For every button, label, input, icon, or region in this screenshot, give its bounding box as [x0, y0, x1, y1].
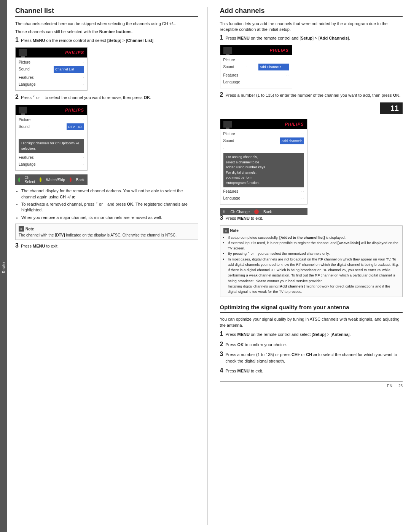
- add-channels-title: Add channels: [220, 7, 403, 17]
- note-icon-1: ≡: [19, 226, 24, 232]
- add-step1-block: 1 Press MENU on the remote control and […: [220, 35, 403, 42]
- optimizing-steps: 1 Press MENU on the remote control and s…: [220, 331, 403, 374]
- menu2-item-language: Language · ·: [19, 161, 84, 168]
- opt-step3-num: 3: [220, 351, 223, 358]
- philips-logo-2: PHILIPS: [65, 108, 84, 112]
- tv-menu-3-body: Picture · · Sound · Add Channels Feature…: [220, 55, 292, 88]
- watch-skip-icon: [40, 177, 41, 182]
- opt-step1-text: Press MENU on the remote control and sel…: [225, 331, 403, 338]
- tv-icon-4: [223, 121, 232, 128]
- tv-menu-2-body: Picture · · Sound · DTV 40. · Highlight …: [16, 115, 87, 170]
- menu4-item-language: Language · ·: [223, 195, 304, 202]
- right-column: Add channels This function lets you add …: [218, 7, 403, 525]
- back-label-1: Back: [76, 178, 84, 182]
- note-icon-2: ≡: [223, 228, 229, 233]
- main-content: Channel list The channels selected here …: [7, 0, 411, 532]
- tv-menu-1-header: PHILIPS: [16, 48, 87, 58]
- add-step2-number: 2: [220, 92, 223, 98]
- bullet-2: To reactivate a removed channel, press ˅…: [21, 201, 198, 213]
- menu1-item-sound: Sound · Channel List: [19, 66, 84, 73]
- channel-list-bottom-bar: Ch Select Watch/Skip Back: [15, 174, 88, 185]
- add-channels-intro: This function lets you add the channels …: [220, 21, 403, 33]
- footer: EN 23: [220, 381, 403, 388]
- optimizing-title: Optimizing the signal quality from your …: [220, 304, 403, 313]
- add-channels-highlight: Add Channels: [258, 64, 289, 70]
- sidebar-label: English: [2, 259, 5, 273]
- page: English Channel list The channels select…: [0, 0, 411, 532]
- add-channels-right-highlight: Add channels: [280, 137, 304, 144]
- channel-list-title: Channel list: [15, 7, 198, 17]
- tv-icon-2: [19, 107, 27, 113]
- opt-step4-text: Press MENU to exit.: [225, 368, 403, 374]
- step2-number: 2: [15, 94, 19, 101]
- tv-icon-3: [223, 47, 232, 54]
- footer-en: EN: [387, 384, 392, 388]
- menu1-item-picture: Picture · ·: [19, 59, 84, 66]
- tv-menu-4-header: PHILIPS: [220, 119, 307, 129]
- ch-change-icon: ⠿: [223, 210, 226, 214]
- menu3-item-language: Language · ·: [223, 79, 289, 86]
- channel-list-intro2: Those channels can still be selected wit…: [15, 29, 198, 35]
- optimizing-intro: You can optimize your signal quality by …: [220, 316, 403, 328]
- menu1-item-language: Language · ·: [19, 81, 84, 88]
- menu3-item-sound: Sound · Add Channels: [223, 64, 289, 70]
- back-icon-1: [70, 177, 72, 182]
- tv-menu-3: PHILIPS Picture · · Sound · Add Channels: [220, 45, 292, 88]
- dtv-highlight: DTV 40.: [67, 123, 84, 130]
- opt-step4: 4 Press MENU to exit.: [220, 368, 403, 374]
- menu4-item-features: Features · ·: [223, 188, 304, 195]
- tv-menu-4: PHILIPS Picture · · Sound · Add channels: [220, 119, 307, 204]
- footer-page: 23: [398, 384, 403, 388]
- step1-number: 1: [15, 37, 19, 43]
- tv-menu-2: PHILIPS Picture · · Sound · DTV 40.: [15, 105, 88, 171]
- bullet-3: When you remove a major channel, its min…: [21, 215, 198, 220]
- sidebar-english-tab: English: [0, 0, 7, 532]
- step2-block: 2 Press ˅ or to select the channel you w…: [15, 94, 198, 101]
- tv-popup-text: Highlight channels for Ch Up/Down kesele…: [19, 139, 84, 153]
- watch-skip-label: Watch/Skip: [46, 178, 65, 182]
- opt-step4-num: 4: [220, 368, 223, 374]
- ch-select-icon: [18, 177, 20, 182]
- back-icon-2: [254, 209, 259, 214]
- bullet-1: The channel display for the removed chan…: [21, 188, 198, 200]
- note-bullet-3: By pressing ˅ or you can select the memo…: [228, 251, 400, 256]
- step2-text: Press ˅ or to select the channel you wan…: [21, 94, 198, 101]
- step3-text: Press MENU to exit.: [21, 243, 198, 249]
- note-bullet-1: If setup completes successfully, [Added …: [228, 235, 400, 240]
- channel-list-bullets: The channel display for the removed chan…: [21, 188, 198, 220]
- two-column-layout: Channel list The channels selected here …: [15, 7, 403, 525]
- ch-select-label: Ch Select: [25, 176, 35, 184]
- menu2-item-sound: Sound · DTV 40.: [19, 123, 84, 130]
- tv-popup-add-channels: For analog channels, select a channel to…: [223, 153, 304, 187]
- tv-menu-1: PHILIPS Picture · · Sound · Channel List: [15, 47, 88, 91]
- philips-logo-3: PHILIPS: [270, 48, 289, 53]
- step1-block: 1 Press MENU on the remote control and s…: [15, 37, 198, 44]
- menu1-item-features: Features · ·: [19, 74, 84, 81]
- tv-icon-1: [19, 49, 27, 56]
- opt-step2-text: Press OK to confirm your choice.: [225, 342, 403, 348]
- menu3-item-picture: Picture · ·: [223, 57, 289, 64]
- note-bullet-4: In most cases, digital channels are not …: [228, 257, 400, 295]
- opt-step1: 1 Press MENU on the remote control and s…: [220, 331, 403, 338]
- step3-block: 3 Press MENU to exit.: [15, 243, 198, 249]
- note-text-1: The channel with the [DTV] indicated on …: [19, 233, 195, 237]
- tv-menu-4-body: Picture · · Sound · Add channels · For a…: [220, 129, 307, 204]
- add-step1-text: Press MENU on the remote control and [Se…: [225, 35, 403, 42]
- tv-menu-3-header: PHILIPS: [220, 45, 292, 55]
- menu2-item-picture: Picture · ·: [19, 117, 84, 123]
- add-step3-block: 3 Press MENU to exit.: [220, 215, 403, 222]
- channel-list-note: ≡ Note The channel with the [DTV] indica…: [15, 224, 198, 240]
- philips-logo-4: PHILIPS: [285, 122, 304, 126]
- ch-change-label: Ch Change: [231, 210, 250, 214]
- opt-step2-num: 2: [220, 342, 223, 348]
- add-channels-note-list: If setup completes successfully, [Added …: [228, 235, 400, 295]
- menu3-item-features: Features · ·: [223, 72, 289, 79]
- channel-list-highlight: Channel List: [54, 66, 84, 73]
- add-step2-block: 2 Press a number (1 to 135) to enter the…: [220, 92, 403, 99]
- note-bullet-2: If external input is used, it is not pos…: [228, 240, 400, 251]
- add-step2-text: Press a number (1 to 135) to enter the n…: [225, 92, 403, 99]
- step3-number: 3: [15, 243, 19, 249]
- tv-menu-1-body: Picture · · Sound · Channel List Feature…: [16, 58, 87, 90]
- channel-list-section: Channel list The channels selected here …: [15, 7, 208, 525]
- opt-step3: 3 Press a number (1 to 135) or press CH+…: [220, 351, 403, 364]
